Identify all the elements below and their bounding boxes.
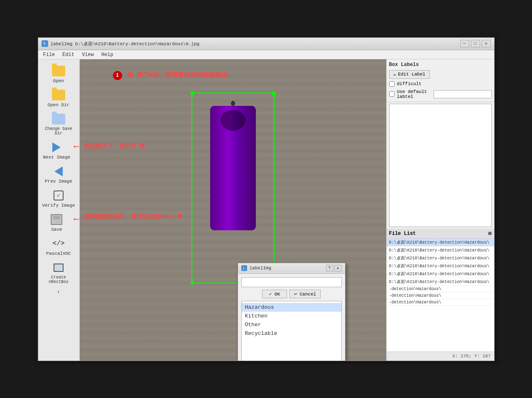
file-list-content[interactable]: D:\桌面\K210\Battery-detection\Hazardous\ … <box>387 239 494 352</box>
dialog-label-list: Hazardous Kitchen Other Recyclable <box>241 301 342 361</box>
dialog-list-item-kitchen[interactable]: Kitchen <box>242 312 341 320</box>
file-item-8[interactable]: -detection\Hazardous\ <box>387 299 494 306</box>
dialog-list-item-recyclable[interactable]: Recyclable <box>242 329 341 338</box>
prev-image-icon <box>51 165 66 178</box>
default-label-input[interactable] <box>434 90 492 98</box>
close-button[interactable]: ✕ <box>482 40 491 47</box>
pencil-icon: ✏ <box>394 72 397 77</box>
sidebar-open-button[interactable]: Open <box>40 63 77 85</box>
file-item-2[interactable]: D:\桌面\K210\Battery-detection\Hazardous\ <box>387 254 494 262</box>
corner-tl <box>191 92 194 95</box>
difficult-row: difficult <box>389 81 492 87</box>
sidebar-prev-image-button[interactable]: Prev Image <box>40 163 77 186</box>
dialog-search-input[interactable] <box>241 277 342 287</box>
step4-text: 然后标注下一张图片 ❹ <box>84 143 145 149</box>
canvas-area[interactable]: 1 ❶ 按下W后，将想要标注的物体框出 然后标注下一张图片 ❹ 选择物体类别后，… <box>80 59 386 361</box>
create-rect-box-label: CreatenRectBox <box>49 275 69 284</box>
difficult-label: difficult <box>397 81 422 86</box>
pascal-voc-icon: </> <box>51 237 66 250</box>
sidebar-change-save-dir-button[interactable]: Change Save Dir <box>40 111 77 137</box>
dialog-list-item-hazardous[interactable]: Hazardous <box>242 303 341 312</box>
prev-image-label: Prev Image <box>45 179 72 184</box>
title-bar: L labelImg D:\桌面\K210\Battery-detection\… <box>38 38 494 50</box>
edit-label-text: Edit Label <box>398 72 425 77</box>
file-list-panel: File List ⊞ D:\桌面\K210\Battery-detection… <box>387 229 494 352</box>
menu-edit[interactable]: Edit <box>59 51 78 58</box>
edit-label-button[interactable]: ✏ Edit Label <box>389 70 430 79</box>
file-item-4[interactable]: D:\桌面\K210\Battery-detection\Hazardous\ <box>387 270 494 278</box>
open-label: Open <box>53 78 64 83</box>
dialog-help-button[interactable]: ? <box>326 265 333 271</box>
sidebar-verify-image-button[interactable]: ✓ Verify Image <box>40 187 77 210</box>
file-item-5[interactable]: D:\桌面\K210\Battery-detection\Hazardous\ <box>387 278 494 286</box>
menu-help[interactable]: Help <box>98 51 117 58</box>
sidebar-collapse-button[interactable]: ‹ <box>57 288 60 296</box>
file-item-0[interactable]: D:\桌面\K210\Battery-detection\Hazardous\ <box>387 239 494 247</box>
open-dir-icon <box>51 88 66 102</box>
step1-circle: 1 <box>113 71 122 80</box>
menu-view[interactable]: View <box>78 51 97 58</box>
save-arrow-indicator: ← <box>74 214 79 225</box>
pascal-voc-label: PascalVOC <box>46 251 71 256</box>
file-item-7[interactable]: -detection\Hazardous\ <box>387 293 494 299</box>
dialog-title-left: L labelImg <box>241 265 272 271</box>
window-title: labelImg D:\桌面\K210\Battery-detection\Ha… <box>51 41 200 47</box>
dialog-close-button[interactable]: ✕ <box>334 265 342 271</box>
menu-file[interactable]: File <box>40 51 59 58</box>
dialog-title-bar: L labelImg ? ✕ <box>238 263 345 274</box>
sidebar-pascal-voc-button[interactable]: </> PascalVOC <box>40 235 77 258</box>
change-save-dir-label: Change Save Dir <box>42 127 76 136</box>
dialog-button-row: ✓ OK ↩ Cancel <box>241 290 342 298</box>
status-bar: X: 176; Y: 187 <box>387 352 494 361</box>
file-item-1[interactable]: D:\桌面\K210\Battery-detection\Hazardous\ <box>387 247 494 254</box>
verify-image-label: Verify Image <box>42 203 75 208</box>
open-icon <box>51 64 66 78</box>
sidebar-open-dir-button[interactable]: Open Dir <box>40 87 77 109</box>
dialog-list-item-other[interactable]: Other <box>242 320 341 329</box>
dialog-ok-button[interactable]: ✓ OK <box>262 290 287 298</box>
main-window: L labelImg D:\桌面\K210\Battery-detection\… <box>38 37 495 361</box>
battery-container <box>210 101 256 230</box>
file-item-6[interactable]: -detection\Hazardous\ <box>387 286 494 293</box>
annotation-text-area[interactable] <box>389 104 492 227</box>
save-label: Save <box>51 227 62 232</box>
file-list-title: File List <box>389 231 416 237</box>
collapse-label: ‹ <box>57 288 60 295</box>
difficult-checkbox[interactable] <box>389 81 395 87</box>
verify-image-icon: ✓ <box>51 189 66 202</box>
next-image-icon <box>49 141 64 154</box>
step4-annotation: 然后标注下一张图片 ❹ <box>84 142 145 150</box>
next-image-label: Next Image <box>43 155 70 160</box>
sidebar-save-button[interactable]: Save <box>38 211 76 234</box>
file-list-icon: ⊞ <box>488 230 491 237</box>
file-item-3[interactable]: D:\桌面\K210\Battery-detection\Hazardous\ <box>387 262 494 270</box>
file-list-header: File List ⊞ <box>387 229 494 239</box>
create-rect-box-icon <box>51 261 66 274</box>
minimize-button[interactable]: ─ <box>460 40 469 47</box>
step3-annotation: 选择物体类别后，就可以点击Save ❸ <box>84 213 182 220</box>
corner-bl <box>191 281 194 284</box>
app-icon: L <box>42 40 48 47</box>
change-save-dir-icon <box>51 112 66 126</box>
right-panel: Box Labels ✏ Edit Label difficult Use de… <box>386 59 494 361</box>
dialog-cancel-button[interactable]: ↩ Cancel <box>289 290 321 298</box>
default-label-row: Use default labtel <box>389 89 492 99</box>
box-labels-panel: Box Labels ✏ Edit Label difficult Use de… <box>387 59 494 102</box>
label-dialog: L labelImg ? ✕ ✓ OK ↩ Cancel <box>238 263 346 361</box>
image-background: 1 ❶ 按下W后，将想要标注的物体框出 然后标注下一张图片 ❹ 选择物体类别后，… <box>80 59 386 361</box>
save-icon <box>49 213 64 226</box>
maximize-button[interactable]: □ <box>471 40 480 47</box>
corner-tr <box>272 92 275 95</box>
next-arrow-indicator: ← <box>74 142 79 152</box>
title-controls: ─ □ ✕ <box>460 40 491 47</box>
battery-body <box>210 106 256 230</box>
dialog-title-text: labelImg <box>250 266 272 271</box>
step1-text: ❶ 按下W后，将想要标注的物体框出 <box>127 72 228 79</box>
default-label-text: Use default labtel <box>397 89 431 99</box>
coords-display: X: 176; Y: 187 <box>452 354 490 359</box>
sidebar-create-rect-box-button[interactable]: CreatenRectBox <box>40 259 77 286</box>
sidebar-next-image-button[interactable]: Next Image <box>38 139 76 161</box>
open-dir-label: Open Dir <box>48 103 70 107</box>
main-content: Open Open Dir Change Save Dir <box>38 59 494 361</box>
default-label-checkbox[interactable] <box>389 91 395 97</box>
